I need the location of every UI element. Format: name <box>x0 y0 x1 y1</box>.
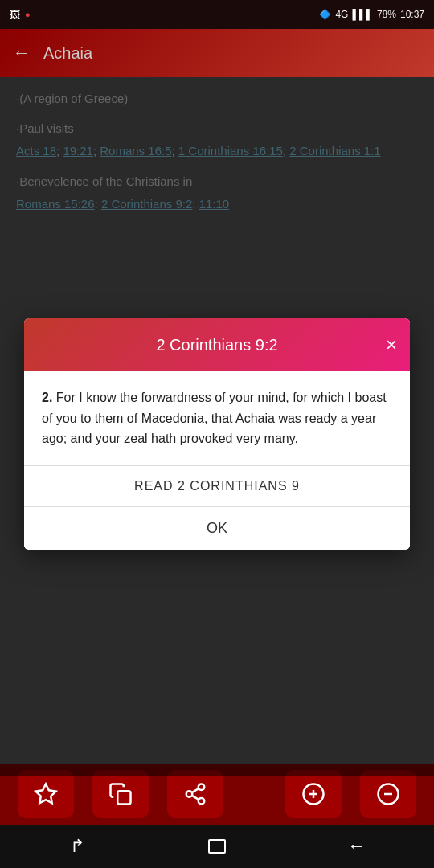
copy-button[interactable] <box>92 770 149 818</box>
verse-text: For I know the forwardness of your mind,… <box>42 391 387 445</box>
status-bar: 🖼 ● 🔷 4G ▌▌▌ 78% 10:37 <box>0 0 434 29</box>
toolbar: ← Achaia <box>0 29 434 77</box>
svg-line-5 <box>192 796 199 800</box>
status-left: 🖼 ● <box>10 9 31 21</box>
dialog-close-button[interactable]: × <box>386 335 397 354</box>
nav-recents-button[interactable] <box>208 839 226 854</box>
signal-icon: ▌▌▌ <box>352 9 373 20</box>
svg-point-4 <box>199 798 205 805</box>
photo-icon: 🖼 <box>10 9 20 21</box>
dialog-body: 2. For I know the forwardness of your mi… <box>24 371 410 457</box>
main-content: ·(A region of Greece) ·Paul visits Acts … <box>0 77 434 776</box>
svg-point-3 <box>186 791 193 797</box>
svg-point-2 <box>199 784 205 791</box>
bluetooth-icon: 🔷 <box>319 9 331 20</box>
minus-icon <box>376 782 400 806</box>
plus-icon <box>301 782 326 806</box>
back-button[interactable]: ← <box>13 43 31 63</box>
star-button[interactable] <box>18 770 74 818</box>
font-decrease-button[interactable] <box>360 770 416 818</box>
nav-forward-button[interactable]: ↱ <box>53 830 101 862</box>
status-right: 🔷 4G ▌▌▌ 78% 10:37 <box>319 9 424 20</box>
share-button[interactable] <box>167 770 223 818</box>
nav-bar: ↱ ← <box>0 825 434 868</box>
verse-dialog: 2 Corinthians 9:2 × 2. For I know the fo… <box>24 318 410 550</box>
page-title: Achaia <box>43 44 92 63</box>
svg-line-6 <box>192 788 199 792</box>
share-icon <box>183 782 207 806</box>
read-chapter-button[interactable]: READ 2 CORINTHIANS 9 <box>24 466 410 506</box>
font-increase-button[interactable] <box>285 770 342 818</box>
ok-button[interactable]: OK <box>24 507 410 550</box>
dialog-header: 2 Corinthians 9:2 × <box>24 318 410 371</box>
verse-number: 2. <box>42 391 52 404</box>
dialog-title: 2 Corinthians 9:2 <box>156 333 277 357</box>
network-icon: 4G <box>335 9 348 20</box>
copy-icon <box>108 782 133 806</box>
time-display: 10:37 <box>400 9 424 20</box>
svg-rect-1 <box>117 791 130 804</box>
nav-back-button[interactable]: ← <box>333 830 381 862</box>
star-icon <box>34 782 58 806</box>
rec-icon: ● <box>25 10 31 19</box>
battery-level: 78% <box>377 9 396 20</box>
svg-marker-0 <box>35 784 55 804</box>
